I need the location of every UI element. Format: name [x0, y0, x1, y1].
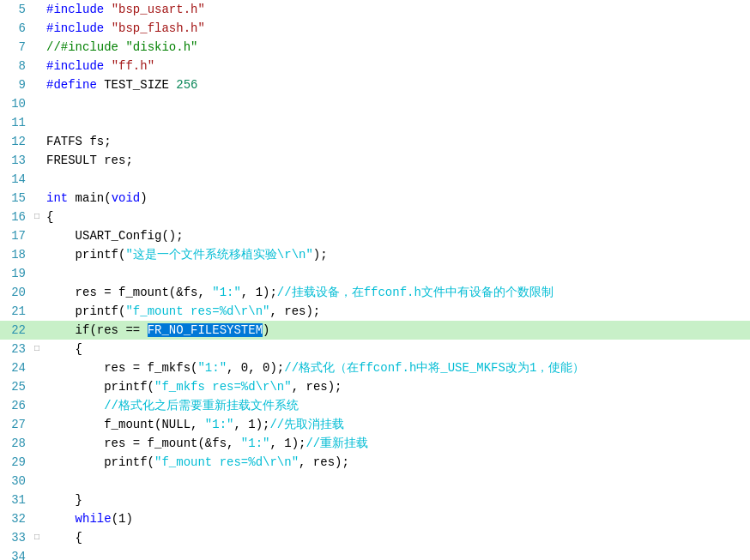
code-line: 13FRESULT res; — [0, 151, 750, 170]
code-line: 22 if(res == FR_NO_FILESYSTEM) — [0, 321, 750, 340]
token: { — [46, 210, 53, 224]
token: ); — [313, 248, 328, 262]
token: f_mount(NULL, — [46, 418, 205, 431]
token: FRESULT res; — [46, 154, 133, 167]
gutter-icon — [31, 358, 43, 377]
gutter-icon — [31, 302, 43, 321]
token: USART_Config(); — [46, 229, 184, 243]
code-line: 9#define TEST_SIZE 256 — [0, 75, 750, 94]
token: "f_mount res=%d\r\n" — [154, 455, 299, 469]
line-number: 18 — [0, 245, 31, 264]
gutter-icon — [31, 396, 43, 415]
code-content: USART_Config(); — [43, 226, 750, 245]
gutter-icon — [31, 415, 43, 434]
code-content — [43, 547, 750, 560]
code-content: } — [43, 491, 750, 509]
gutter-icon — [31, 189, 43, 208]
gutter-icon — [31, 75, 43, 94]
code-content — [43, 113, 750, 132]
gutter-icon — [31, 132, 43, 151]
code-content: res = f_mkfs("1:", 0, 0);//格式化（在ffconf.h… — [43, 358, 750, 377]
gutter-icon — [31, 547, 43, 560]
token: , 1); — [269, 437, 305, 450]
code-line: 31 } — [0, 491, 750, 509]
line-number: 7 — [0, 38, 31, 57]
token: printf( — [46, 248, 125, 262]
code-content: if(res == FR_NO_FILESYSTEM) — [43, 321, 750, 340]
token: printf( — [46, 455, 154, 469]
token: #include — [46, 21, 112, 35]
code-content: #include "bsp_flash.h" — [43, 19, 750, 38]
token: , res); — [292, 380, 342, 394]
code-line: 33□ { — [0, 528, 750, 547]
code-content: FATFS fs; — [43, 132, 750, 151]
token: ) — [263, 323, 269, 337]
token: main( — [76, 191, 112, 205]
code-content: printf("f_mkfs res=%d\r\n", res); — [43, 377, 750, 396]
line-number: 9 — [0, 75, 31, 94]
code-content: printf("f_mount res=%d\r\n", res); — [43, 302, 750, 321]
token: "1:" — [212, 286, 241, 299]
token: FR_NO_FILESYSTEM — [148, 323, 263, 337]
gutter-icon — [31, 453, 43, 472]
line-number: 20 — [0, 283, 31, 302]
code-lines: 5#include "bsp_usart.h"6#include "bsp_fl… — [0, 0, 750, 560]
line-number: 19 — [0, 264, 31, 283]
token: , 1); — [233, 418, 269, 431]
token: } — [46, 493, 82, 507]
gutter-icon — [31, 264, 43, 283]
gutter-icon — [31, 0, 43, 19]
code-line: 26 //格式化之后需要重新挂载文件系统 — [0, 396, 750, 415]
code-line: 19 — [0, 264, 750, 283]
token: res = f_mount(&fs, — [46, 437, 241, 450]
token: while — [76, 512, 112, 526]
token: , res); — [269, 304, 320, 318]
token — [46, 512, 76, 526]
token: "1:" — [197, 361, 227, 375]
line-number: 33 — [0, 528, 31, 547]
line-number: 26 — [0, 396, 31, 415]
code-line: 5#include "bsp_usart.h" — [0, 0, 750, 19]
gutter-icon: □ — [31, 528, 43, 547]
gutter-icon — [31, 245, 43, 264]
line-number: 8 — [0, 57, 31, 75]
code-line: 10 — [0, 94, 750, 113]
token: "f_mount res=%d\r\n" — [125, 304, 269, 318]
code-content: int main(void) — [43, 189, 750, 208]
line-number: 22 — [0, 321, 31, 340]
token: "1:" — [241, 437, 270, 450]
token: "f_mkfs res=%d\r\n" — [154, 380, 292, 394]
code-line: 32 while(1) — [0, 509, 750, 528]
code-content: res = f_mount(&fs, "1:", 1);//重新挂载 — [43, 434, 750, 453]
line-number: 5 — [0, 0, 31, 19]
code-content: //格式化之后需要重新挂载文件系统 — [43, 396, 750, 415]
gutter-icon — [31, 491, 43, 509]
gutter-icon — [31, 57, 43, 75]
line-number: 24 — [0, 358, 31, 377]
code-editor[interactable]: 5#include "bsp_usart.h"6#include "bsp_fl… — [0, 0, 750, 560]
token: "bsp_usart.h" — [112, 3, 205, 16]
gutter-icon: □ — [31, 208, 43, 226]
code-line: 29 printf("f_mount res=%d\r\n", res); — [0, 453, 750, 472]
token: , 0, 0); — [227, 361, 284, 375]
code-content: { — [43, 208, 750, 226]
line-number: 6 — [0, 19, 31, 38]
gutter-icon — [31, 94, 43, 113]
code-line: 14 — [0, 170, 750, 189]
code-line: 25 printf("f_mkfs res=%d\r\n", res); — [0, 377, 750, 396]
code-content: #define TEST_SIZE 256 — [43, 75, 750, 94]
line-number: 23 — [0, 340, 31, 358]
token: //#include — [46, 40, 125, 54]
line-number: 27 — [0, 415, 31, 434]
code-content: #include "bsp_usart.h" — [43, 0, 750, 19]
token: //重新挂载 — [305, 437, 368, 450]
line-number: 31 — [0, 491, 31, 509]
code-content: #include "ff.h" — [43, 57, 750, 75]
line-number: 28 — [0, 434, 31, 453]
code-line: 7//#include "diskio.h" — [0, 38, 750, 57]
code-content: FRESULT res; — [43, 151, 750, 170]
token: { — [46, 342, 82, 356]
code-line: 27 f_mount(NULL, "1:", 1);//先取消挂载 — [0, 415, 750, 434]
token: int — [46, 191, 76, 205]
line-number: 10 — [0, 94, 31, 113]
